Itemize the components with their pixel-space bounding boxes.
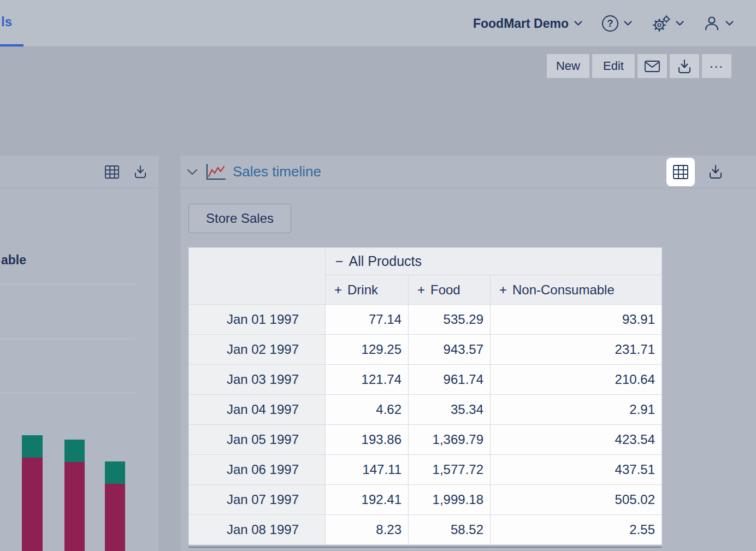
group-label: All Products (349, 253, 422, 269)
value-cell: 4.62 (326, 395, 409, 425)
measure-button[interactable]: Store Sales (188, 204, 291, 233)
user-menu[interactable] (704, 15, 734, 32)
value-cell: 121.74 (326, 365, 409, 395)
value-cell: 2.55 (491, 515, 662, 545)
pivot-corner-cell (189, 248, 326, 305)
row-header[interactable]: Jan 02 1997 (189, 335, 326, 365)
bar-segment-teal (64, 440, 85, 462)
bar-segment-teal (22, 435, 43, 458)
value-cell: 129.25 (326, 335, 409, 365)
value-cell: 193.86 (326, 425, 409, 455)
panel-title: Sales timeline (233, 163, 321, 180)
left-panel-row-divider (0, 393, 135, 393)
app-screen: ls FoodMart Demo ? (0, 0, 756, 551)
table-row: Jan 06 1997147.111,577.72437.51 (189, 455, 662, 485)
value-cell: 192.41 (326, 485, 409, 515)
row-header[interactable]: Jan 03 1997 (189, 365, 326, 395)
table-row: Jan 05 1997193.861,369.79423.54 (189, 425, 662, 455)
value-cell: 231.71 (491, 335, 662, 365)
workspace-switcher[interactable]: FoodMart Demo (473, 16, 582, 31)
value-cell: 93.91 (491, 305, 662, 335)
value-cell: 1,999.18 (409, 485, 491, 515)
chevron-down-icon (725, 21, 734, 26)
value-cell: 505.02 (491, 485, 662, 515)
bar-segment-maroon (105, 484, 125, 551)
bar-segment-teal (105, 461, 125, 484)
column-label: Drink (347, 282, 378, 297)
table-grid-icon[interactable] (105, 165, 119, 179)
column-group-header[interactable]: −All Products (326, 248, 662, 275)
collapse-chevron-icon[interactable] (187, 169, 198, 175)
value-cell: 437.51 (491, 455, 662, 485)
row-header[interactable]: Jan 08 1997 (189, 515, 326, 545)
table-grid-icon (673, 165, 688, 179)
group-header-row: −All Products (189, 248, 662, 275)
column-header[interactable]: +Non-Consumable (491, 275, 662, 305)
pivot-table: −All Products +Drink+Food+Non-Consumable… (188, 247, 662, 545)
measure-button-label: Store Sales (206, 211, 274, 226)
row-header[interactable]: Jan 07 1997 (189, 485, 326, 515)
download-icon[interactable] (709, 164, 722, 179)
top-navigation-bar: ls FoodMart Demo ? (0, 0, 756, 47)
value-cell: 423.54 (491, 425, 662, 455)
expand-toggle-sign[interactable]: + (417, 282, 425, 297)
ellipsis-icon: ... (710, 61, 724, 72)
show-as-table-button-highlighted[interactable] (666, 158, 695, 186)
row-header[interactable]: Jan 04 1997 (189, 395, 326, 425)
line-chart-icon (205, 163, 226, 181)
chevron-down-icon (624, 21, 632, 26)
column-label: Non-Consumable (512, 282, 615, 297)
settings-menu[interactable] (652, 15, 684, 32)
value-cell: 35.34 (409, 395, 491, 425)
edit-button[interactable]: Edit (592, 54, 635, 79)
collapse-toggle-sign[interactable]: − (335, 253, 344, 269)
left-panel-row-divider (0, 339, 135, 339)
value-cell: 2.91 (491, 395, 662, 425)
column-header[interactable]: +Drink (326, 275, 409, 305)
help-glyph: ? (607, 18, 613, 29)
value-cell: 77.14 (326, 305, 409, 335)
active-tab-label: ls (1, 14, 12, 29)
value-cell: 535.29 (409, 305, 491, 335)
column-label: Food (430, 282, 460, 297)
workspace-name: FoodMart Demo (473, 16, 569, 31)
value-cell: 1,577.72 (409, 455, 491, 485)
table-row: Jan 01 199777.14535.2993.91 (189, 305, 662, 335)
pivot-table-body: Jan 01 199777.14535.2993.91Jan 02 199712… (189, 305, 662, 545)
user-icon (704, 15, 720, 32)
export-download-button[interactable] (669, 54, 700, 79)
left-panel-header (0, 156, 158, 188)
table-row: Jan 03 1997121.74961.74210.64 (189, 365, 662, 395)
help-menu[interactable]: ? (602, 15, 632, 32)
chevron-down-icon (676, 21, 684, 26)
left-panel-row-divider (0, 284, 135, 285)
expand-toggle-sign[interactable]: + (334, 282, 342, 297)
settings-gears-icon (652, 15, 670, 32)
download-icon[interactable] (134, 165, 146, 179)
bar-segment-maroon (64, 462, 85, 551)
value-cell: 147.11 (326, 455, 409, 485)
column-header[interactable]: +Food (409, 275, 491, 305)
email-share-button[interactable] (637, 54, 668, 79)
value-cell: 943.57 (409, 335, 491, 365)
table-row: Jan 08 19978.2358.522.55 (189, 515, 662, 545)
help-icon: ? (602, 15, 618, 32)
more-options-button[interactable]: ... (701, 54, 732, 79)
value-cell: 961.74 (409, 365, 491, 395)
table-row: Jan 04 19974.6235.342.91 (189, 395, 662, 425)
stacked-bar (64, 440, 85, 551)
value-cell: 1,369.79 (409, 425, 491, 455)
new-button-label: New (556, 59, 580, 73)
value-cell: 8.23 (326, 515, 409, 545)
row-header[interactable]: Jan 01 1997 (189, 305, 326, 335)
row-header[interactable]: Jan 05 1997 (189, 425, 326, 455)
row-header[interactable]: Jan 06 1997 (189, 455, 326, 485)
dashboard-toolbar: New Edit (546, 54, 732, 79)
active-tab[interactable]: ls (1, 14, 12, 29)
left-widget-panel: able (0, 156, 158, 551)
chevron-down-icon (574, 21, 582, 26)
new-button[interactable]: New (546, 54, 590, 79)
active-tab-indicator (0, 44, 23, 46)
left-panel-partial-column-label: able (1, 253, 26, 268)
expand-toggle-sign[interactable]: + (499, 282, 507, 297)
